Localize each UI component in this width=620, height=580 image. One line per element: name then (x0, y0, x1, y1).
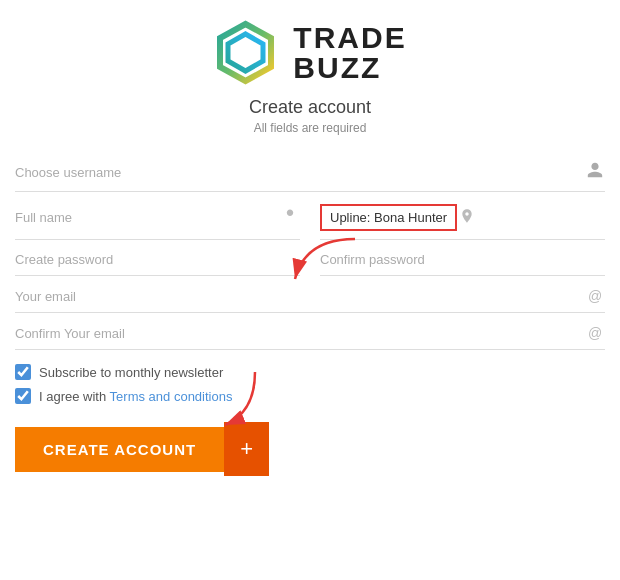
brand-name-line1: TRADE (293, 23, 406, 53)
logo-icon (213, 20, 278, 85)
terms-row: I agree with Terms and conditions (15, 388, 605, 404)
newsletter-checkbox[interactable] (15, 364, 31, 380)
header: TRADE BUZZ (15, 20, 605, 85)
email-icon: @ (585, 288, 605, 304)
button-arrow (210, 367, 270, 432)
person-icon (280, 208, 300, 228)
form-title: Create account (15, 97, 605, 118)
password-col (15, 244, 300, 276)
checkbox-section: Subscribe to monthly newsletter I agree … (15, 364, 605, 404)
create-account-button[interactable]: CREATE ACCOUNT (15, 427, 224, 472)
fullname-upline-row: Upline: Bona Hunter (15, 196, 605, 240)
confirm-email-input[interactable] (15, 326, 585, 341)
upline-box: Upline: Bona Hunter (320, 204, 457, 231)
create-account-label: CREATE ACCOUNT (43, 441, 196, 458)
fullname-input[interactable] (15, 210, 280, 225)
terms-label: I agree with Terms and conditions (39, 389, 232, 404)
svg-marker-1 (228, 34, 263, 71)
user-icon (585, 161, 605, 183)
form-subtitle: All fields are required (15, 121, 605, 135)
username-input[interactable] (15, 165, 585, 180)
terms-checkbox[interactable] (15, 388, 31, 404)
username-row (15, 153, 605, 192)
fullname-col (15, 196, 300, 240)
submit-row: CREATE ACCOUNT + (15, 422, 605, 476)
newsletter-row: Subscribe to monthly newsletter (15, 364, 605, 380)
confirm-email-row: @ (15, 317, 605, 350)
email-input[interactable] (15, 289, 585, 304)
location-icon (457, 208, 477, 228)
brand-text: TRADE BUZZ (293, 23, 406, 83)
password-input[interactable] (15, 252, 300, 267)
brand-name-line2: BUZZ (293, 53, 406, 83)
page-container: TRADE BUZZ Create account All fields are… (0, 0, 620, 496)
newsletter-label: Subscribe to monthly newsletter (39, 365, 223, 380)
upline-arrow (285, 234, 365, 289)
confirm-email-icon: @ (585, 325, 605, 341)
